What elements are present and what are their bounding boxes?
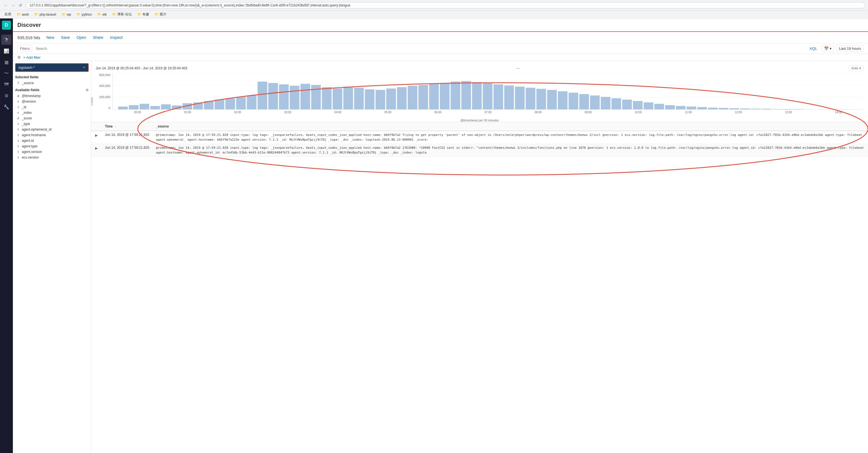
new-button[interactable]: New	[44, 34, 57, 41]
y-label-600k: 600,000	[99, 73, 110, 76]
expand-row-1-button[interactable]: ▶	[95, 133, 98, 138]
content-area: logstash-* ✕ Selected fields ? _source A…	[13, 61, 868, 453]
svg-rect-58	[708, 108, 717, 109]
chart-time-range: Jun 14, 2019 @ 00:25:04.403 - Jun 14, 20…	[96, 66, 187, 70]
settings-gear-button[interactable]: ⚙	[17, 55, 21, 60]
sidebar: logstash-* ✕ Selected fields ? _source A…	[13, 61, 91, 453]
field-source[interactable]: ? _source	[15, 80, 89, 86]
nav-discover[interactable]: 🔭	[1, 35, 11, 45]
refresh-button[interactable]: ↺	[17, 2, 24, 8]
page-title: Discover	[17, 22, 41, 28]
expand-row-2-button[interactable]: ▶	[95, 146, 98, 151]
search-input[interactable]	[34, 45, 805, 52]
index-pattern-close-icon[interactable]: ✕	[83, 66, 85, 69]
field-type[interactable]: t _type	[15, 121, 89, 127]
index-pattern-selector[interactable]: logstash-* ✕	[15, 63, 89, 72]
svg-rect-4	[129, 105, 138, 109]
hits-count: 935,516 hits	[17, 35, 40, 40]
share-button[interactable]: Share	[90, 34, 106, 41]
add-filter-button[interactable]: + Add filter	[23, 55, 40, 60]
svg-rect-31	[418, 85, 428, 109]
inspect-button[interactable]: Inspect	[107, 34, 125, 41]
field-type-timestamp: ⊙	[16, 95, 20, 98]
svg-rect-63	[762, 109, 771, 109]
svg-rect-33	[440, 83, 450, 109]
bookmark-blog[interactable]: 博客-论坛	[110, 11, 134, 17]
toolbar: 935,516 hits New Save Open Share Inspect	[13, 32, 868, 43]
time-col-header[interactable]: Time ↓	[101, 122, 153, 131]
svg-rect-48	[601, 97, 610, 109]
bookmark-wp[interactable]: wp	[60, 12, 73, 17]
calendar-chevron: ▾	[830, 46, 832, 51]
field-ecs-version[interactable]: t ecs.version	[15, 155, 89, 160]
source-col-header: _source	[153, 122, 868, 131]
main-content: Discover 935,516 hits New Save Open Shar…	[13, 19, 868, 453]
nav-visualize[interactable]: 📊	[1, 46, 11, 56]
svg-rect-10	[193, 102, 203, 109]
bookmark-elk[interactable]: elk	[95, 12, 109, 17]
back-button[interactable]: ←	[3, 2, 9, 8]
nav-maps[interactable]: 🗺	[1, 79, 11, 90]
chart-container: Jun 14, 2019 @ 00:25:04.403 - Jun 14, 20…	[91, 61, 868, 122]
svg-rect-53	[654, 104, 664, 109]
svg-rect-12	[215, 100, 224, 109]
open-button[interactable]: Open	[74, 34, 89, 41]
bookmark-php-laravel[interactable]: php-laravel	[32, 12, 58, 17]
selected-fields-title: Selected fields	[15, 75, 89, 79]
nav-devtools[interactable]: ⚙	[1, 91, 11, 101]
calendar-picker[interactable]: 📅 ▾	[822, 45, 834, 52]
save-button[interactable]: Save	[58, 34, 73, 41]
expand-col-header	[91, 122, 101, 131]
fields-settings-button[interactable]: ⚙	[86, 88, 89, 92]
svg-rect-44	[558, 91, 567, 109]
svg-rect-8	[172, 105, 181, 109]
nav-dashboard[interactable]: ▦	[1, 57, 11, 67]
nav-timelion[interactable]: 〜	[1, 68, 11, 78]
forward-button[interactable]: →	[10, 2, 16, 8]
left-nav: D 🔭 📊 ▦ 〜 🗺 ⚙ 🔧	[0, 19, 13, 453]
viz-area: Jun 14, 2019 @ 00:25:04.403 - Jun 14, 20…	[91, 61, 868, 453]
x-tick-0000: 00:00	[113, 111, 162, 114]
field-timestamp[interactable]: ⊙ @timestamp	[15, 93, 89, 99]
bookmark-interesting[interactable]: 有趣	[135, 11, 151, 17]
bookmark-work[interactable]: work	[14, 12, 31, 17]
field-id[interactable]: t _id	[15, 104, 89, 110]
kql-button[interactable]: KQL	[808, 45, 819, 52]
chart-content[interactable]	[113, 73, 864, 109]
svg-rect-43	[547, 90, 557, 109]
auto-interval-select[interactable]: Auto ▾	[849, 65, 864, 71]
calendar-icon: 📅	[824, 46, 829, 51]
svg-rect-50	[622, 100, 632, 109]
bookmark-images[interactable]: 图片	[153, 11, 169, 17]
field-agent-type[interactable]: t agent.type	[15, 143, 89, 149]
svg-rect-29	[397, 87, 407, 109]
svg-rect-57	[697, 107, 707, 109]
time-range-display[interactable]: Last 19 hours	[836, 45, 864, 52]
address-bar[interactable]: 127.0.0.1:5601/app/kibana#/discover?_g=(…	[26, 2, 865, 8]
bookmark-apps[interactable]: 应用	[2, 11, 13, 17]
field-index[interactable]: t _index	[15, 110, 89, 116]
table-row: ▶ Jun 14, 2019 @ 17:59:21.820 @timestamp…	[91, 131, 868, 144]
timestamp-cell-2: Jun 14, 2019 @ 17:59:21.820	[101, 144, 153, 157]
x-tick-0400: 04:00	[313, 111, 363, 114]
kibana-logo[interactable]: D	[2, 21, 11, 30]
field-agent-ephemeral-id[interactable]: t agent.ephemeral_id	[15, 127, 89, 132]
field-version[interactable]: t @version	[15, 99, 89, 104]
field-agent-id[interactable]: t agent.id	[15, 138, 89, 143]
options-row: ⚙ + Add filter	[13, 54, 868, 61]
svg-rect-19	[289, 86, 299, 109]
x-tick-0500: 05:00	[363, 111, 413, 114]
x-tick-0800: 08:00	[513, 111, 563, 114]
field-score[interactable]: # _score	[15, 116, 89, 121]
svg-rect-64	[772, 109, 782, 109]
field-agent-hostname[interactable]: t agent.hostname	[15, 132, 89, 138]
svg-rect-55	[676, 106, 685, 109]
svg-rect-26	[365, 90, 374, 109]
svg-rect-24	[343, 87, 353, 109]
bookmark-python[interactable]: python	[74, 12, 94, 17]
svg-rect-60	[730, 108, 739, 109]
svg-rect-61	[740, 108, 750, 109]
field-agent-version[interactable]: t agent.version	[15, 149, 89, 155]
nav-management[interactable]: 🔧	[1, 102, 11, 112]
svg-rect-20	[301, 84, 310, 109]
